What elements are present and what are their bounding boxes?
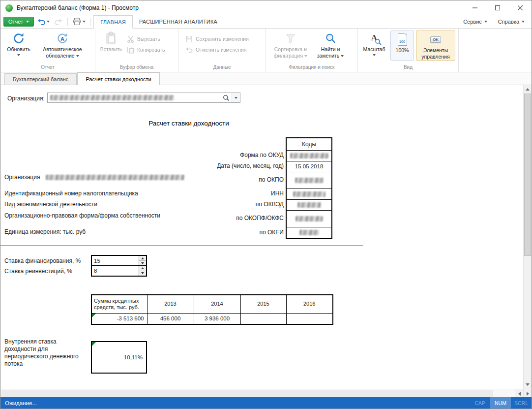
paste-label: Вставить — [100, 46, 122, 53]
spin-down-button[interactable] — [139, 271, 146, 276]
document-tabs: Бухгалтерский баланс Расчет ставки доход… — [0, 72, 532, 85]
finance-rate-label: Ставка финансирования, % — [4, 257, 81, 264]
horizontal-scrollbar[interactable] — [0, 389, 532, 397]
credit-value-2016 — [286, 313, 333, 324]
scroll-left-button[interactable] — [515, 389, 523, 397]
organization-row-label: Организация — [4, 174, 40, 181]
tab-home[interactable]: ГЛАВНАЯ — [93, 15, 133, 29]
undo-changes-icon — [185, 47, 193, 53]
credit-value-2014: 3 936 000 — [194, 313, 240, 324]
okopf-value-cell — [286, 210, 332, 227]
undo-button[interactable] — [35, 16, 52, 27]
group-label-view: Вид — [358, 64, 458, 72]
minimize-button[interactable] — [464, 0, 486, 15]
codes-header-cell: Коды — [286, 138, 332, 150]
spin-down-button[interactable] — [139, 261, 146, 265]
credit-header-2014: 2014 — [194, 295, 240, 313]
organization-value-redacted — [50, 95, 174, 100]
report-menu-button[interactable]: Отчет — [3, 17, 34, 27]
svg-text:A: A — [60, 36, 64, 42]
print-button[interactable] — [70, 16, 88, 27]
scroll-down-icon — [526, 383, 530, 386]
app-window: Бухгалтерский баланс (Форма 1) - Просмот… — [0, 0, 532, 409]
refresh-icon — [12, 31, 25, 46]
controls-toggle-button[interactable]: OK Элементы управления — [416, 31, 455, 61]
auto-refresh-button[interactable]: A Автоматическое обновление — [34, 30, 90, 63]
find-replace-button[interactable]: Найти и заменить — [313, 30, 348, 63]
ribbon-group-view: A Масштаб 100 100% OK — [358, 29, 459, 72]
credit-value-sum: -3 513 600 — [91, 313, 147, 324]
chevron-down-icon — [522, 21, 525, 23]
copy-button: Копировать — [124, 45, 168, 55]
spin-down-icon — [141, 262, 144, 264]
chevron-down-icon — [17, 54, 20, 56]
reinvest-rate-value[interactable]: 8 — [92, 266, 139, 276]
redacted-value — [290, 153, 328, 158]
refresh-button[interactable]: Обновить — [3, 30, 34, 63]
minimize-icon — [473, 5, 477, 10]
zoom-100-button[interactable]: 100 100% — [390, 31, 414, 61]
okpo-value-cell — [286, 172, 332, 189]
search-icon[interactable] — [221, 94, 232, 101]
irr-value-box: 10,11% — [91, 341, 147, 374]
auto-refresh-label: Автоматическое обновление — [34, 46, 90, 59]
vertical-scroll-thumb[interactable] — [524, 94, 531, 256]
doc-tab-balance[interactable]: Бухгалтерский баланс — [4, 73, 77, 85]
zoom-100-label: 100% — [396, 47, 409, 54]
maximize-icon — [495, 5, 500, 10]
codes-row-inn — [286, 189, 332, 199]
vertical-scrollbar[interactable] — [523, 85, 532, 389]
inn-row-label: Идентификационный номер налогоплательщик… — [4, 190, 138, 197]
doc-tab-rate-calc[interactable]: Расчет ставки доходности — [77, 72, 159, 85]
filter-icon — [285, 31, 296, 46]
keyboard-indicators: CAP NUM SCRL — [470, 397, 532, 409]
print-icon — [73, 18, 81, 26]
inn-value-cell — [286, 189, 332, 199]
organization-name-redacted — [46, 175, 184, 180]
rate-inputs: 15 8 — [91, 255, 147, 277]
okopf-row-label: Организационно-правовая форма/форма собс… — [4, 212, 160, 219]
spin-up-button[interactable] — [139, 256, 146, 261]
spin-down-icon — [141, 272, 144, 274]
finance-rate-value[interactable]: 15 — [92, 256, 139, 265]
menubar: Отчет ГЛАВНАЯ РАСШИРЕННАЯ АНАЛИТИКА Серв… — [0, 15, 532, 29]
num-lock-indicator: NUM — [490, 397, 511, 409]
reinvest-rate-spinner[interactable]: 8 — [92, 266, 146, 276]
spin-up-button[interactable] — [139, 266, 146, 271]
codes-row-okud — [286, 150, 332, 161]
cut-label: Вырезать — [137, 36, 160, 42]
okopf-code-label: по ОКОПФ/ОКФС — [148, 215, 284, 221]
ok-button-icon: OK — [430, 32, 441, 47]
okei-value-cell — [286, 227, 332, 239]
unit-row-label: Единица измерения: тыс. руб — [4, 228, 86, 235]
redacted-value — [297, 202, 321, 208]
service-menu[interactable]: Сервис — [463, 19, 487, 25]
ribbon-filler — [459, 29, 532, 72]
finance-rate-spinner[interactable]: 15 — [92, 256, 146, 266]
zoom-button[interactable]: A Масштаб — [360, 30, 388, 63]
scroll-up-button[interactable] — [524, 85, 532, 94]
scroll-right-button[interactable] — [523, 389, 532, 397]
titlebar: Бухгалтерский баланс (Форма 1) - Просмот… — [0, 0, 532, 15]
okved-value-cell — [286, 199, 332, 210]
organization-combobox[interactable] — [47, 93, 240, 103]
scroll-down-button[interactable] — [524, 380, 532, 389]
irr-value: 10,11% — [124, 354, 143, 360]
credit-value-2013: 456 000 — [147, 313, 194, 324]
close-button[interactable] — [509, 0, 532, 15]
irr-label: Внутренняя ставка доходности для периоди… — [4, 338, 82, 368]
horizontal-scroll-thumb[interactable] — [1, 390, 493, 397]
chevron-down-icon — [373, 54, 376, 56]
maximize-button[interactable] — [486, 0, 509, 15]
help-menu[interactable]: Справка — [498, 19, 525, 25]
ribbon-group-filter-search: Сортировка и фильтрация Найти и заменить… — [266, 29, 358, 72]
credit-header-2016: 2016 — [286, 295, 333, 313]
paste-button: Вставить — [98, 30, 124, 63]
chevron-down-icon[interactable] — [232, 93, 240, 102]
tab-advanced-analytics[interactable]: РАСШИРЕННАЯ АНАЛИТИКА — [133, 15, 224, 28]
credit-table-value-row: -3 513 600 456 000 3 936 000 — [91, 313, 333, 324]
paste-icon — [105, 31, 117, 46]
codes-header-row: Коды — [286, 138, 332, 150]
okved-row-label: Вид экономической деятельности — [4, 201, 97, 208]
credit-header-2015: 2015 — [240, 295, 286, 313]
